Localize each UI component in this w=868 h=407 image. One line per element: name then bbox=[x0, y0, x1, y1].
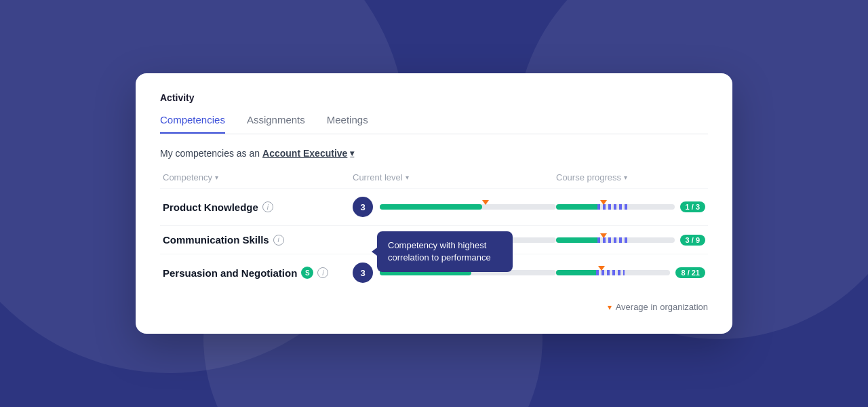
table-row: Product Knowledge i 3 1 / 3 bbox=[160, 188, 708, 225]
competency-sort-icon: ▾ bbox=[215, 174, 218, 181]
progress-fill bbox=[380, 204, 482, 210]
course-marker bbox=[600, 233, 607, 238]
course-track bbox=[556, 270, 670, 275]
info-icon-product-knowledge[interactable]: i bbox=[262, 201, 273, 212]
competency-name-product-knowledge: Product Knowledge i bbox=[163, 201, 353, 213]
course-marker bbox=[598, 266, 605, 271]
tab-assignments[interactable]: Assignments bbox=[247, 114, 305, 134]
course-badge-communication: 3 / 9 bbox=[680, 235, 705, 246]
card-title: Activity bbox=[160, 92, 708, 103]
competency-name-persuasion: Persuasion and Negotiation S i bbox=[163, 267, 353, 279]
course-track bbox=[556, 237, 675, 243]
legend-marker-icon: ▾ bbox=[608, 303, 612, 312]
tabs-container: Competencies Assignments Meetings bbox=[160, 114, 708, 134]
table-row: Persuasion and Negotiation S i 3 8 / 21 bbox=[160, 254, 708, 291]
course-badge-persuasion: 8 / 21 bbox=[675, 267, 705, 278]
course-section-product-knowledge: 1 / 3 bbox=[556, 201, 705, 212]
activity-card: Activity Competencies Assignments Meetin… bbox=[136, 73, 732, 334]
course-section-persuasion: 8 / 21 bbox=[556, 267, 705, 278]
course-badge-product-knowledge: 1 / 3 bbox=[680, 201, 705, 212]
level-badge-persuasion: 3 bbox=[353, 263, 373, 283]
course-section-communication: 3 / 9 bbox=[556, 235, 705, 246]
info-icon-communication[interactable]: i bbox=[273, 235, 284, 246]
skill-badge-persuasion: S bbox=[301, 267, 313, 279]
col-header-course[interactable]: Course progress ▾ bbox=[556, 172, 705, 182]
level-sort-icon: ▾ bbox=[406, 174, 409, 181]
role-selector-prefix: My competencies as an bbox=[160, 148, 260, 159]
info-icon-persuasion[interactable]: i bbox=[317, 267, 328, 278]
progress-marker bbox=[473, 233, 480, 238]
progress-marker bbox=[471, 266, 478, 271]
competency-name-communication: Communication Skills i bbox=[163, 234, 353, 246]
tab-competencies[interactable]: Competencies bbox=[160, 114, 225, 134]
col-header-level[interactable]: Current level ▾ bbox=[353, 172, 556, 182]
col-header-competency[interactable]: Competency ▾ bbox=[163, 172, 353, 182]
table-row: Communication Skills i 3 / 9 Competency … bbox=[160, 225, 708, 254]
progress-marker bbox=[482, 200, 489, 205]
progress-bar-persuasion bbox=[380, 270, 556, 275]
role-selector: My competencies as an Account Executive … bbox=[160, 148, 708, 159]
course-track bbox=[556, 204, 675, 210]
progress-bar-product-knowledge bbox=[380, 204, 556, 210]
progress-bar-communication bbox=[380, 237, 556, 243]
level-section-communication bbox=[353, 237, 556, 243]
table-header: Competency ▾ Current level ▾ Course prog… bbox=[160, 172, 708, 182]
role-chevron-icon: ▾ bbox=[350, 149, 354, 158]
legend-text: Average in organization bbox=[616, 302, 708, 312]
course-sort-icon: ▾ bbox=[624, 174, 627, 181]
level-section-product-knowledge: 3 bbox=[353, 197, 556, 217]
level-section-persuasion: 3 bbox=[353, 263, 556, 283]
tab-meetings[interactable]: Meetings bbox=[327, 114, 368, 134]
course-marker bbox=[600, 200, 607, 205]
role-selector-role[interactable]: Account Executive ▾ bbox=[262, 148, 354, 159]
legend: ▾ Average in organization bbox=[160, 302, 708, 312]
level-badge-product-knowledge: 3 bbox=[353, 197, 373, 217]
